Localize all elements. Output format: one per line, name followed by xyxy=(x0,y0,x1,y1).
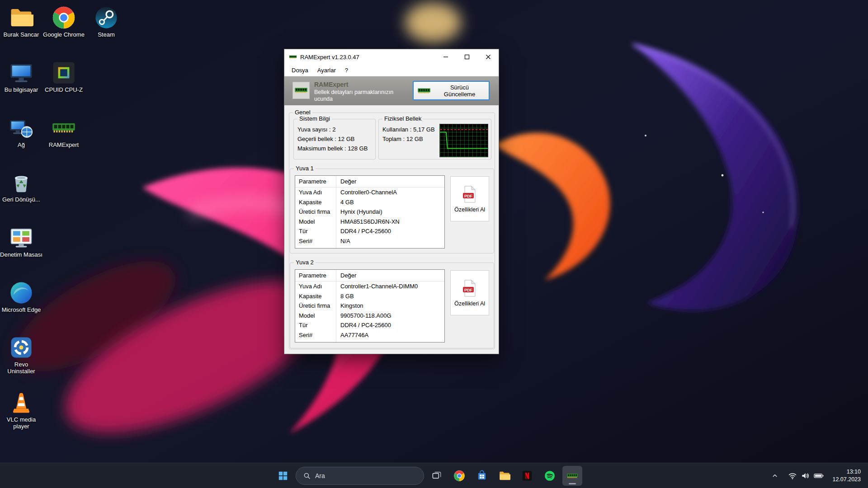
get-specs-label: Özellikleri Al xyxy=(454,300,485,307)
memory-usage-graph xyxy=(439,124,488,157)
ram-icon xyxy=(289,53,297,61)
control-panel-icon xyxy=(9,225,33,250)
desktop-icon-label: Burak Sancar xyxy=(0,31,42,38)
value-cell: Hynix (Hyundai) xyxy=(336,208,444,215)
ram-icon xyxy=(566,470,578,482)
desktop-icon-vlc[interactable]: VLC media player xyxy=(0,390,42,430)
close-button[interactable] xyxy=(477,49,499,65)
param-cell: Yuva Adı xyxy=(295,189,336,196)
table-row: Kapasite 8 GB xyxy=(295,291,444,301)
slot1-table: Parametre Değer Yuva Adı Controller0-Cha… xyxy=(295,175,445,249)
desktop-icon-label: Google Chrome xyxy=(42,31,85,38)
ramexpert-window: RAMExpert v1.23.0.47 Dosya Ayarlar ? RAM… xyxy=(284,49,499,354)
network-icon xyxy=(9,116,33,140)
desktop: Burak Sancar Google Chrome Steam Bu bilg… xyxy=(0,0,868,488)
taskbar-microsoft-store[interactable] xyxy=(472,466,492,486)
desktop-icon-burak-sancar[interactable]: Burak Sancar xyxy=(0,5,42,38)
cpuz-icon xyxy=(52,61,76,85)
table-row: Tür DDR4 / PC4-25600 xyxy=(295,226,444,236)
table-row: Üretici firma Hynix (Hyundai) xyxy=(295,207,444,217)
desktop-icon-steam[interactable]: Steam xyxy=(85,5,127,38)
taskbar-file-explorer[interactable] xyxy=(495,466,514,486)
store-icon xyxy=(476,470,488,482)
desktop-icon-label: VLC media player xyxy=(0,416,42,430)
group-system-info: Sistem Bilgi Yuva sayısı : 2 Geçerli bel… xyxy=(293,119,376,160)
minimize-button[interactable] xyxy=(435,49,456,65)
param-cell: Seri# xyxy=(295,238,336,244)
taskbar-netflix[interactable] xyxy=(517,466,537,486)
search-icon xyxy=(303,472,311,480)
menu-help[interactable]: ? xyxy=(340,65,353,75)
table-header-row: Parametre Değer xyxy=(295,270,444,282)
table-row: Yuva Adı Controller0-ChannelA xyxy=(295,188,444,197)
table-row: Kapasite 4 GB xyxy=(295,197,444,207)
app-name: RAMExpert xyxy=(314,81,348,88)
desktop-icon-label: Microsoft Edge xyxy=(0,306,42,313)
battery-icon xyxy=(813,471,824,480)
edge-icon xyxy=(9,281,33,305)
window-title: RAMExpert v1.23.0.47 xyxy=(300,54,359,61)
desktop-icon-label: Denetim Masası xyxy=(0,251,42,258)
maximize-button[interactable] xyxy=(456,49,477,65)
netflix-icon xyxy=(521,470,533,482)
desktop-icon-control-panel[interactable]: Denetim Masası xyxy=(0,225,42,258)
param-cell: Üretici firma xyxy=(295,208,336,215)
slot1-get-specs-button[interactable]: Özellikleri Al xyxy=(450,176,489,221)
desktop-icon-edge[interactable]: Microsoft Edge xyxy=(0,281,42,313)
desktop-icon-google-chrome[interactable]: Google Chrome xyxy=(42,5,85,38)
value-cell: Controller0-ChannelA xyxy=(336,189,444,196)
table-row: Seri# N/A xyxy=(295,236,444,246)
spotify-icon xyxy=(544,470,556,482)
column-header: Değer xyxy=(336,272,444,279)
window-titlebar[interactable]: RAMExpert v1.23.0.47 xyxy=(284,49,499,65)
folder-icon xyxy=(499,470,510,482)
slot-count: Yuva sayısı : 2 xyxy=(297,125,368,134)
menu-dosya[interactable]: Dosya xyxy=(287,65,313,75)
tray-status-area[interactable] xyxy=(784,467,828,485)
param-cell: Kapasite xyxy=(295,293,336,300)
slot2-get-specs-button[interactable]: Özellikleri Al xyxy=(450,270,489,315)
taskbar-search[interactable]: Ara xyxy=(296,467,424,485)
ramexpert-logo xyxy=(292,82,310,99)
task-view-button[interactable] xyxy=(427,466,447,486)
slot2-table: Parametre Değer Yuva Adı Controller1-Cha… xyxy=(295,269,445,343)
taskbar-spotify[interactable] xyxy=(540,466,560,486)
table-row: Model 9905700-118.A00G xyxy=(295,311,444,321)
search-label: Ara xyxy=(315,472,325,479)
desktop-icon-revo[interactable]: Revo Uninstaller xyxy=(0,335,42,375)
desktop-icon-label: Ağ xyxy=(0,141,42,148)
group-system-info-title: Sistem Bilgi xyxy=(297,115,332,122)
desktop-icon-this-pc[interactable]: Bu bilgisayar xyxy=(0,61,42,93)
param-cell: Tür xyxy=(295,322,336,328)
ram-icon xyxy=(417,84,431,98)
param-cell: Yuva Adı xyxy=(295,283,336,290)
desktop-icon-ramexpert[interactable]: RAMExpert xyxy=(42,116,85,148)
desktop-icon-cpuz[interactable]: CPUID CPU-Z xyxy=(42,61,85,93)
desktop-icon-network[interactable]: Ağ xyxy=(0,116,42,148)
menu-ayarlar[interactable]: Ayarlar xyxy=(313,65,340,75)
desktop-icon-label: RAMExpert xyxy=(42,141,85,148)
chrome-icon xyxy=(453,470,465,482)
param-cell: Kapasite xyxy=(295,199,336,206)
value-cell: 4 GB xyxy=(336,199,444,206)
group-slot1: Yuva 1 Parametre Değer Yuva Adı Controll… xyxy=(290,169,494,253)
group-slot2: Yuva 2 Parametre Değer Yuva Adı Controll… xyxy=(290,263,494,348)
table-row: Tür DDR4 / PC4-25600 xyxy=(295,320,444,330)
desktop-icon-recycle-bin[interactable]: Geri Dönüşü... xyxy=(0,170,42,203)
driver-update-button[interactable]: Sürücü Güncelleme xyxy=(413,81,490,100)
max-memory: Maksimum bellek : 128 GB xyxy=(297,144,368,153)
clock-time: 13:10 xyxy=(832,468,861,476)
start-button[interactable] xyxy=(273,466,293,486)
taskbar-clock[interactable]: 13:10 12.07.2023 xyxy=(830,468,865,483)
tray-show-hidden-icons[interactable] xyxy=(768,467,782,485)
memory-total: Toplam : 12 GB xyxy=(382,134,435,144)
param-cell: Seri# xyxy=(295,332,336,338)
table-row: Üretici firma Kingston xyxy=(295,301,444,311)
taskbar-ramexpert[interactable] xyxy=(562,466,582,486)
value-cell: DDR4 / PC4-25600 xyxy=(336,228,444,235)
param-cell: Model xyxy=(295,312,336,319)
wifi-icon xyxy=(788,471,797,480)
folder-icon xyxy=(9,5,33,30)
table-row: Seri# AA77746A xyxy=(295,330,444,340)
taskbar-chrome[interactable] xyxy=(449,466,469,486)
